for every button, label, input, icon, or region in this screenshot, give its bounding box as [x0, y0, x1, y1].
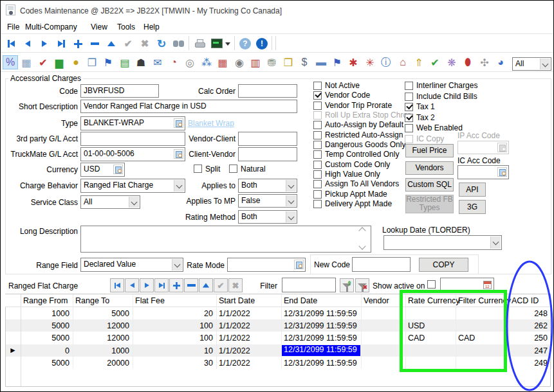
- post-button[interactable]: ✔: [120, 36, 136, 51]
- grid-cell[interactable]: 1000: [73, 346, 129, 355]
- filter-clear-button[interactable]: ✖: [355, 278, 369, 292]
- api-button[interactable]: API: [459, 183, 486, 197]
- new-code-field[interactable]: [352, 257, 411, 272]
- grid-nav-last-button[interactable]: [154, 278, 169, 292]
- grid-cell[interactable]: 5000: [21, 359, 69, 368]
- grid-cell[interactable]: 12000: [73, 334, 129, 343]
- card-arrow-icon[interactable]: ▤: [117, 55, 133, 69]
- grid-edit-button[interactable]: [199, 278, 213, 292]
- menu-view[interactable]: View: [91, 22, 107, 31]
- invoice-icon[interactable]: $: [297, 55, 312, 69]
- grid-filter-field[interactable]: [282, 278, 336, 292]
- gauge-icon[interactable]: ◔: [166, 55, 181, 69]
- tree-arrow-icon[interactable]: ⇑: [411, 55, 427, 69]
- check-icon[interactable]: ✔: [427, 55, 443, 69]
- grid-col-range-to[interactable]: Range To: [75, 296, 109, 305]
- vendor-trip-prorate-checkbox[interactable]: [313, 102, 322, 110]
- fuel-price-button[interactable]: Fuel Price: [405, 144, 454, 157]
- jack-icon[interactable]: ✣: [477, 55, 492, 69]
- grid-cancel-button[interactable]: ✖: [228, 278, 243, 292]
- 3g-button[interactable]: 3G: [459, 200, 486, 214]
- menu-tools[interactable]: Tools: [117, 22, 135, 31]
- grid-cell[interactable]: 12/31/2099 11:59:59: [284, 321, 357, 330]
- delete-button[interactable]: [87, 36, 102, 51]
- grid-delete-button[interactable]: [184, 278, 198, 292]
- grid-col-range-from[interactable]: Range From: [23, 296, 68, 305]
- mail-icon[interactable]: ✉: [150, 55, 165, 69]
- grid-cell[interactable]: 1/1/2022: [219, 346, 250, 355]
- type-field[interactable]: BLANKET-WRAP: [80, 116, 185, 130]
- grid-cell[interactable]: 10: [133, 346, 213, 355]
- grid-cell[interactable]: 12/31/2099 11:59:59: [284, 359, 357, 368]
- nav-prev-button[interactable]: [20, 36, 35, 51]
- nav-last-button[interactable]: [53, 36, 69, 51]
- show-active-checkbox[interactable]: [427, 280, 436, 289]
- cancel-button[interactable]: ✖: [137, 36, 152, 51]
- help-button[interactable]: ?: [237, 36, 253, 51]
- molecule2-icon[interactable]: ✳: [362, 55, 378, 69]
- auto-assign-by-default-checkbox[interactable]: [313, 121, 322, 129]
- restricted-auto-assign-checkbox[interactable]: [313, 131, 322, 139]
- checklist-icon[interactable]: ✔: [35, 55, 51, 69]
- grid-col-vendor[interactable]: Vendor: [364, 296, 389, 305]
- vendors-button[interactable]: Vendors: [405, 161, 454, 175]
- terminal-dropdown-arrow[interactable]: [223, 36, 232, 51]
- grid-col-end-date[interactable]: End Date: [284, 296, 317, 305]
- toolbar-filter-combo[interactable]: All: [512, 57, 551, 71]
- code-field[interactable]: JBVRFUSD: [80, 84, 159, 98]
- grid-nav-prev-button[interactable]: [125, 278, 139, 292]
- grid-icon[interactable]: ▦: [19, 55, 34, 69]
- insert-button[interactable]: [70, 36, 86, 51]
- calc-order-field[interactable]: [238, 84, 297, 98]
- grid-cell[interactable]: 30: [133, 359, 213, 368]
- molecule-icon[interactable]: ✱: [346, 55, 361, 69]
- flag2-icon[interactable]: ⚑: [329, 55, 345, 69]
- ic-acc-lookup-icon[interactable]: [497, 167, 507, 177]
- natural-checkbox[interactable]: [229, 165, 237, 173]
- grid-cell[interactable]: 100: [133, 321, 213, 330]
- truckmate-gl-field[interactable]: 01-00-00-5006: [80, 147, 185, 161]
- assign-to-all-vendors-checkbox[interactable]: [313, 180, 322, 188]
- dangerous-goods-only-checkbox[interactable]: [313, 141, 322, 149]
- applies-to-mp-combo[interactable]: False: [238, 194, 297, 208]
- grid-col-flat-fee[interactable]: Flat Fee: [135, 296, 165, 305]
- chart-icon[interactable]: ▆: [51, 55, 67, 69]
- calendar-icon[interactable]: 12: [483, 281, 492, 289]
- grid-cell[interactable]: 12000: [73, 321, 129, 330]
- camera-icon[interactable]: ◉: [232, 55, 247, 69]
- web-enabled-checkbox[interactable]: [405, 124, 413, 132]
- charge-behavior-combo[interactable]: Ranged Flat Charge: [80, 179, 185, 193]
- interliner-charges-checkbox[interactable]: [405, 82, 413, 90]
- filter-apply-button[interactable]: ⇧: [340, 278, 354, 292]
- type-lookup-icon[interactable]: [174, 118, 183, 128]
- menu-multi-company[interactable]: Multi-Company: [25, 22, 77, 31]
- grid-nav-next-button[interactable]: [140, 278, 154, 292]
- database-icon[interactable]: ⛃: [264, 55, 279, 69]
- grid-cell[interactable]: 5000: [21, 334, 69, 343]
- grid-cell[interactable]: 12/31/2099 11:59:59: [284, 309, 357, 318]
- ic-acc-code-field[interactable]: [457, 165, 509, 179]
- house-icon[interactable]: ⌂: [395, 55, 411, 69]
- globe-icon[interactable]: ◕: [493, 55, 508, 69]
- search-binoculars-button[interactable]: [171, 36, 186, 51]
- nav-next-button[interactable]: [37, 36, 52, 51]
- grid-cell[interactable]: 20: [133, 309, 213, 318]
- vendor-client-field[interactable]: [238, 132, 297, 146]
- split-checkbox[interactable]: [194, 165, 202, 173]
- grid-cell[interactable]: 100: [133, 334, 213, 343]
- panel-icon[interactable]: ▬: [313, 55, 329, 69]
- grid-cell[interactable]: 1000: [21, 309, 69, 318]
- terminal-button[interactable]: [209, 36, 225, 51]
- grid-nav-first-button[interactable]: [110, 278, 124, 292]
- box-check-icon[interactable]: ❒: [281, 55, 296, 69]
- blanket-wrap-link[interactable]: Blanket Wrap: [188, 119, 234, 128]
- grid-cell[interactable]: 5000: [73, 309, 129, 318]
- register-icon[interactable]: ▥: [248, 55, 263, 69]
- 3rd-party-gl-field[interactable]: [80, 132, 185, 146]
- custom-sql-button[interactable]: Custom SQL: [405, 178, 454, 192]
- service-class-combo[interactable]: All: [80, 195, 140, 209]
- selected-cell[interactable]: 12/31/2099 11:59:59: [282, 345, 360, 356]
- long-description-field[interactable]: [80, 226, 371, 253]
- calendar-icon[interactable]: ▦: [215, 55, 230, 69]
- grid-cell[interactable]: 1/1/2022: [219, 321, 250, 330]
